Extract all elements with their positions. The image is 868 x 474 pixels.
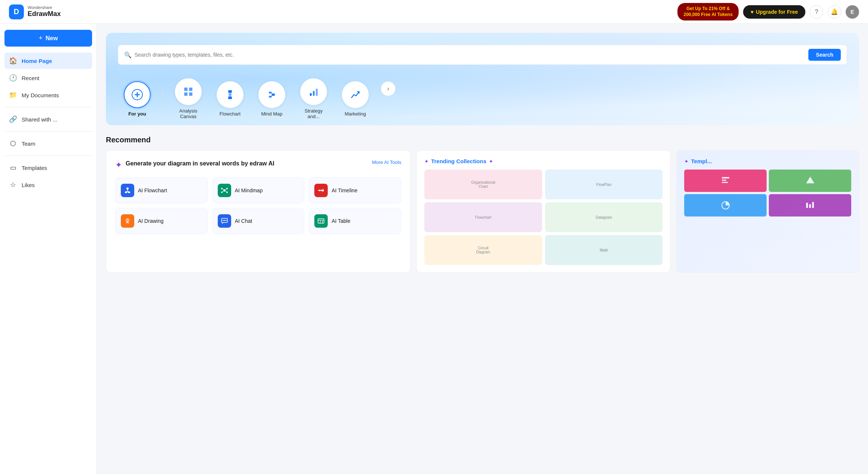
recommend-section: Recommend ✦ Generate your diagram in sev…: [106, 136, 859, 273]
trending-thumb-datagram[interactable]: Datagram: [545, 202, 663, 232]
category-tab-analysis-canvas[interactable]: AnalysisCanvas: [169, 75, 208, 125]
svg-rect-6: [228, 90, 232, 93]
flowchart-label: Flowchart: [220, 111, 240, 117]
template-thumb-3[interactable]: [684, 194, 767, 217]
main-layout: + New 🏠 Home Page 🕐 Recent 📁 My Document…: [0, 24, 868, 474]
svg-point-39: [127, 220, 128, 221]
category-tab-flowchart[interactable]: Flowchart: [211, 78, 249, 123]
svg-point-29: [226, 192, 228, 193]
trending-thumb-flowplan[interactable]: FlowPlan: [545, 170, 663, 199]
hero-banner: 🔍 Search For you: [106, 33, 859, 125]
svg-point-42: [224, 220, 225, 221]
category-tab-mind-map[interactable]: Mind Map: [252, 78, 291, 123]
marketing-icon: [342, 81, 369, 108]
ai-drawing-item[interactable]: AI Drawing: [115, 208, 208, 234]
svg-marker-51: [806, 177, 814, 183]
ai-flowchart-item[interactable]: AI Flowchart: [115, 177, 208, 203]
for-you-icon: [124, 81, 151, 108]
trending-thumb-circuit[interactable]: CircuitDiagram: [424, 235, 542, 265]
template-title: Templ...: [691, 158, 712, 164]
svg-point-36: [319, 190, 320, 191]
circuit-label: CircuitDiagram: [475, 244, 492, 256]
ai-timeline-item[interactable]: AI Timeline: [309, 177, 401, 203]
svg-point-8: [229, 93, 232, 96]
app-header: D Wondershare EdrawMax Get Up To 21% Off…: [0, 0, 868, 24]
flowplan-label: FlowPlan: [595, 181, 613, 188]
ai-chat-label: AI Chat: [235, 218, 252, 224]
svg-rect-54: [809, 204, 811, 208]
sidebar-item-shared[interactable]: 🔗 Shared with ...: [4, 111, 92, 127]
heart-icon: ♥: [751, 9, 754, 15]
ai-tools-grid: AI Flowchart: [115, 177, 401, 234]
sidebar-item-my-documents[interactable]: 📁 My Documents: [4, 87, 92, 103]
sidebar-item-recent[interactable]: 🕐 Recent: [4, 70, 92, 86]
datagram-label: Datagram: [594, 214, 614, 221]
nav-divider-3: [4, 155, 92, 156]
trending-thumb-flowchart[interactable]: Flowchart: [424, 202, 542, 232]
template-thumb-2[interactable]: [769, 170, 851, 192]
sidebar-item-likes[interactable]: ☆ Likes: [4, 177, 92, 193]
ai-mindmap-item[interactable]: AI Mindmap: [212, 177, 305, 203]
category-tab-marketing[interactable]: Marketing: [336, 78, 375, 123]
template-card: ✦ Templ...: [676, 150, 859, 273]
sparkle-left-icon: ✦: [424, 158, 429, 164]
category-tab-for-you[interactable]: For you: [118, 78, 157, 123]
notification-button[interactable]: 🔔: [828, 5, 841, 19]
category-tab-strategy[interactable]: Strategyand...: [294, 75, 333, 125]
svg-point-41: [222, 220, 223, 221]
clock-icon: 🕐: [9, 74, 17, 82]
upgrade-button[interactable]: ♥ Upgrade for Free: [743, 5, 805, 19]
templates-icon: ▭: [9, 164, 17, 172]
logo-text: Wondershare EdrawMax: [28, 5, 61, 18]
sidebar-item-templates[interactable]: ▭ Templates: [4, 159, 92, 176]
nav-divider-1: [4, 107, 92, 107]
svg-rect-7: [228, 97, 232, 99]
trending-thumb-org[interactable]: OrganizationalChart: [424, 170, 542, 199]
categories-more-button[interactable]: ›: [381, 81, 396, 96]
team-icon: ⬡: [9, 139, 17, 148]
logo-name: EdrawMax: [28, 10, 61, 18]
header-actions: Get Up To 21% Off & 200,000 Free AI Toke…: [677, 3, 859, 20]
strategy-label: Strategyand...: [305, 108, 323, 119]
svg-rect-55: [812, 202, 814, 208]
sidebar-nav: 🏠 Home Page 🕐 Recent 📁 My Documents 🔗 Sh…: [4, 53, 92, 194]
svg-line-30: [222, 189, 223, 190]
trending-thumb-math[interactable]: Math: [545, 235, 663, 265]
svg-rect-53: [806, 203, 808, 208]
search-input[interactable]: [135, 52, 808, 58]
new-button[interactable]: + New: [4, 30, 92, 47]
nav-divider-2: [4, 131, 92, 132]
folder-icon: 📁: [9, 91, 17, 99]
sidebar-item-team[interactable]: ⬡ Team: [4, 135, 92, 152]
svg-line-31: [225, 189, 226, 190]
more-ai-tools-link[interactable]: More AI Tools: [372, 159, 402, 165]
math-label: Math: [598, 247, 610, 254]
ai-drawing-icon: [121, 214, 134, 228]
help-button[interactable]: ?: [810, 5, 823, 19]
ai-table-icon: [314, 214, 328, 228]
svg-marker-35: [323, 189, 324, 192]
svg-rect-2: [184, 88, 188, 91]
svg-rect-13: [272, 94, 275, 96]
template-thumb-4[interactable]: [769, 194, 851, 217]
sidebar-item-home[interactable]: 🏠 Home Page: [4, 53, 92, 69]
svg-rect-18: [316, 89, 318, 96]
ai-table-label: AI Table: [331, 218, 350, 224]
ai-chat-item[interactable]: AI Chat: [212, 208, 305, 234]
svg-rect-3: [189, 88, 192, 91]
svg-rect-50: [722, 182, 728, 183]
svg-rect-16: [310, 93, 312, 96]
promo-button[interactable]: Get Up To 21% Off & 200,000 Free AI Toke…: [677, 3, 738, 20]
svg-point-25: [223, 189, 226, 192]
category-divider: [163, 89, 163, 111]
strategy-icon: [300, 78, 327, 105]
search-button[interactable]: Search: [808, 49, 841, 61]
ai-table-item[interactable]: AI Table: [309, 208, 401, 234]
template-thumb-1[interactable]: [684, 170, 767, 192]
ai-mindmap-icon: [218, 184, 231, 197]
ai-tools-title: ✦ Generate your diagram in several words…: [115, 159, 274, 170]
template-sparkle-icon: ✦: [684, 158, 689, 164]
avatar-button[interactable]: E: [846, 5, 859, 19]
svg-rect-48: [722, 177, 729, 178]
svg-rect-49: [722, 180, 726, 181]
